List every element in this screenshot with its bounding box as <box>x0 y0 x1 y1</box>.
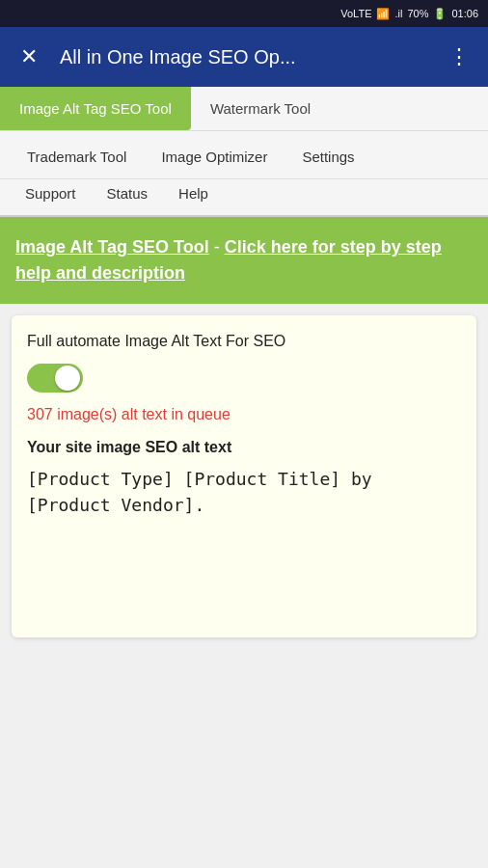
nav-image-optimizer[interactable]: Image Optimizer <box>144 139 285 175</box>
wifi-icon: 📶 <box>376 8 390 20</box>
toggle-label: Full automate Image Alt Text For SEO <box>27 333 461 350</box>
status-bar: VoLTE 📶 .il 70% 🔋 01:06 <box>0 0 488 27</box>
nav-status[interactable]: Status <box>92 179 164 207</box>
alt-text-section-label: Your site image SEO alt text <box>27 439 461 456</box>
battery-icon: 🔋 <box>433 8 447 20</box>
network-icon: .il <box>394 8 402 19</box>
secondary-nav-row1: Trademark Tool Image Optimizer Settings <box>0 131 488 179</box>
app-title: All in One Image SEO Op... <box>60 46 428 68</box>
main-card: Full automate Image Alt Text For SEO 307… <box>12 315 476 637</box>
toggle-knob <box>55 366 80 391</box>
volte-icon: VoLTE <box>340 8 371 19</box>
close-button[interactable]: ✕ <box>14 44 44 69</box>
banner-text: Image Alt Tag SEO Tool - Click here for … <box>15 234 473 286</box>
automate-toggle-wrapper <box>27 364 461 393</box>
app-header: ✕ All in One Image SEO Op... ⋮ <box>0 27 488 87</box>
tab-watermark-tool[interactable]: Watermark Tool <box>191 87 330 130</box>
alt-text-value: [Product Type] [Product Title] by [Produ… <box>27 466 461 620</box>
nav-settings[interactable]: Settings <box>285 139 371 175</box>
secondary-nav-row2: Support Status Help <box>0 179 488 217</box>
queue-count-text: 307 image(s) alt text in queue <box>27 406 461 423</box>
banner-separator: - <box>209 237 225 257</box>
menu-button[interactable]: ⋮ <box>444 44 474 69</box>
nav-help[interactable]: Help <box>163 179 224 207</box>
tab-image-alt-tag-seo[interactable]: Image Alt Tag SEO Tool <box>0 87 191 130</box>
battery-text: 70% <box>407 8 428 19</box>
nav-trademark-tool[interactable]: Trademark Tool <box>10 139 144 175</box>
status-icons: VoLTE 📶 .il 70% 🔋 01:06 <box>340 8 478 20</box>
info-banner: Image Alt Tag SEO Tool - Click here for … <box>0 217 488 304</box>
primary-tab-bar: Image Alt Tag SEO Tool Watermark Tool <box>0 87 488 131</box>
nav-support[interactable]: Support <box>10 179 92 207</box>
automate-toggle[interactable] <box>27 364 83 393</box>
time-display: 01:06 <box>451 8 478 19</box>
banner-tool-name[interactable]: Image Alt Tag SEO Tool <box>15 237 209 257</box>
